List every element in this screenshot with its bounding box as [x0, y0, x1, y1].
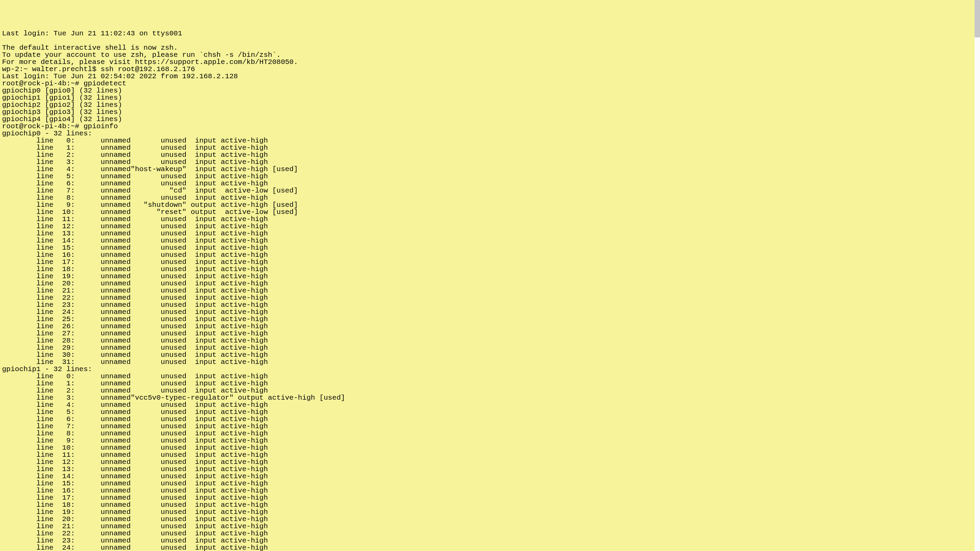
terminal-output[interactable]: Last login: Tue Jun 21 11:02:43 on ttys0… [2, 30, 978, 551]
scrollbar-track[interactable] [975, 0, 980, 551]
scrollbar-thumb[interactable] [975, 0, 980, 37]
